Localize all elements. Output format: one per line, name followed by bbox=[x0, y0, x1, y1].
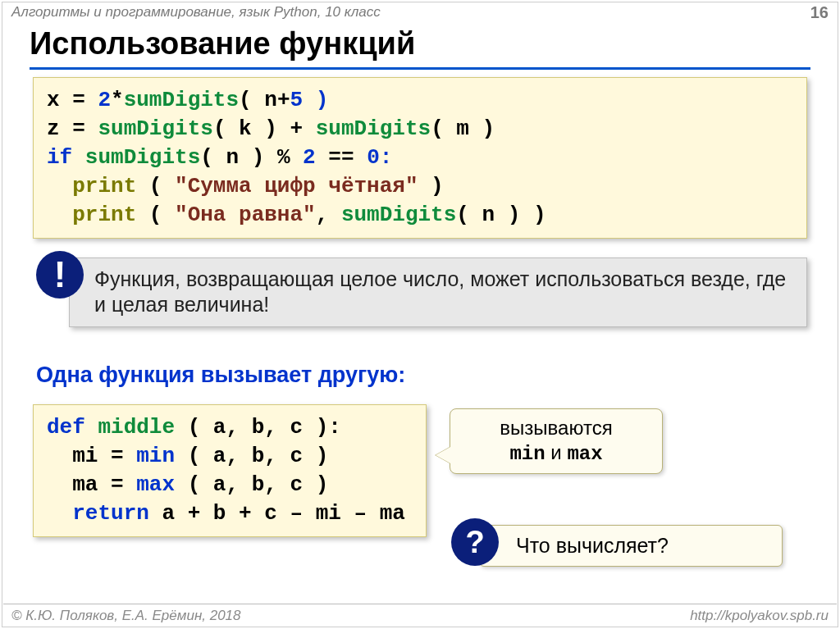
callout-question: Что вычисляет? bbox=[479, 525, 783, 567]
header-bar: Алгоритмы и программирование, язык Pytho… bbox=[3, 3, 837, 21]
subheading: Одна функция вызывает другую: bbox=[36, 362, 405, 388]
callout-max: max bbox=[567, 443, 602, 465]
code-block-2: def middle ( a, b, c ): mi = min ( a, b,… bbox=[33, 404, 427, 537]
callout-minmax: вызываются min и max bbox=[450, 408, 663, 474]
callout-and: и bbox=[546, 441, 568, 463]
callout-min: min bbox=[509, 443, 545, 465]
title-underline bbox=[30, 67, 810, 70]
page-number: 16 bbox=[810, 3, 829, 22]
slide-title: Использование функций bbox=[30, 26, 415, 62]
footer: © К.Ю. Поляков, Е.А. Ерёмин, 2018 http:/… bbox=[3, 604, 837, 626]
footer-right: http://kpolyakov.spb.ru bbox=[690, 608, 829, 624]
callout-line1: вызываются bbox=[500, 417, 612, 439]
course-label: Алгоритмы и программирование, язык Pytho… bbox=[11, 4, 381, 21]
question-icon: ? bbox=[451, 518, 499, 566]
note-box: Функция, возвращающая целое число, может… bbox=[69, 258, 807, 327]
exclamation-icon: ! bbox=[36, 251, 84, 299]
footer-left: © К.Ю. Поляков, Е.А. Ерёмин, 2018 bbox=[11, 608, 241, 624]
code-block-1: x = 2*sumDigits( n+5 ) z = sumDigits( k … bbox=[33, 77, 807, 239]
